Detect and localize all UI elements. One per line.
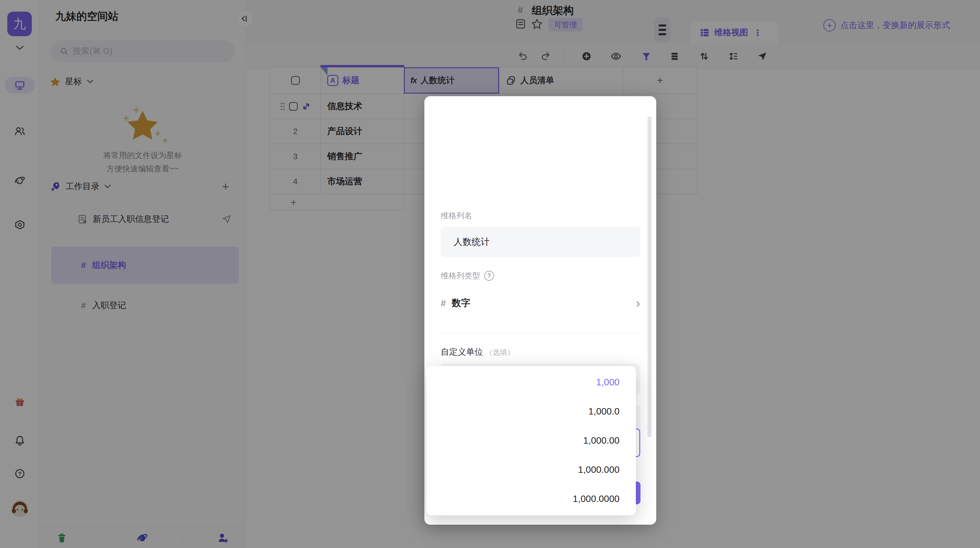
divider: [441, 333, 640, 333]
field-name-label: 维格列名: [441, 210, 472, 221]
unit-label-row: 自定义单位 （选填）: [441, 346, 514, 358]
modal-scrollbar-thumb[interactable]: [648, 117, 652, 437]
field-type-label: 维格列类型: [441, 270, 480, 281]
precision-option[interactable]: 1,000.00: [426, 426, 636, 455]
field-name-input[interactable]: 人数统计: [441, 227, 640, 257]
field-type-value: 数字: [452, 297, 471, 310]
unit-optional-hint: （选填）: [485, 348, 514, 356]
field-type-selector[interactable]: # 数字 ›: [441, 289, 640, 318]
precision-dropdown: 1,000 1,000.0 1,000.00 1,000.000 1,000.0…: [426, 366, 636, 515]
number-field-icon: #: [441, 298, 446, 309]
precision-option[interactable]: 1,000.0: [426, 397, 636, 426]
precision-option[interactable]: 1,000.000: [426, 455, 636, 484]
app-window: 九: [0, 0, 980, 548]
precision-option[interactable]: 1,000.0000: [426, 484, 636, 513]
field-type-label-row: 维格列类型 ?: [441, 270, 494, 281]
help-icon[interactable]: ?: [484, 271, 494, 281]
unit-label: 自定义单位: [441, 347, 483, 356]
precision-option[interactable]: 1,000: [426, 368, 636, 397]
